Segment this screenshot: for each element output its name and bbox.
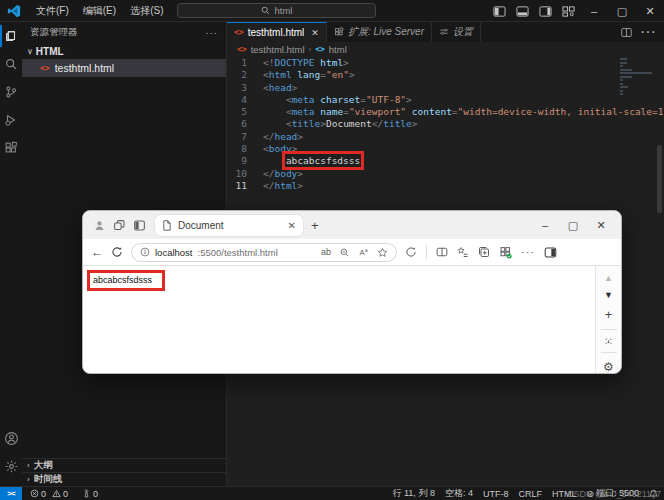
tab-label: 扩展: Live Server	[348, 25, 424, 39]
browser-back-button[interactable]: ←	[91, 245, 103, 259]
code-text: <body>	[247, 143, 297, 155]
language-mode[interactable]: HTML	[552, 489, 577, 499]
live-server-port[interactable]: ⊘ 端口: 5500	[586, 487, 639, 500]
code-text: <title>Document</title>	[247, 118, 418, 130]
explorer-more-actions[interactable]: ···	[206, 27, 219, 38]
code-line[interactable]: 6 <title>Document</title>	[227, 118, 664, 130]
menu-selection[interactable]: 选择(S)	[123, 0, 170, 21]
toggle-sidebar-icon[interactable]	[493, 5, 506, 18]
editor-more-actions[interactable]: ···	[640, 23, 656, 41]
explorer-title: 资源管理器	[30, 26, 78, 39]
indentation[interactable]: 空格: 4	[445, 487, 473, 500]
vscode-minimize-button[interactable]: –	[580, 0, 608, 22]
problems-indicator[interactable]: 0 0	[30, 489, 68, 499]
browser-minimize-button[interactable]: –	[531, 212, 559, 238]
tab-live-server-extension[interactable]: 扩展: Live Server	[327, 22, 432, 42]
code-line[interactable]: 3<head>	[227, 82, 664, 94]
html-file-icon: <>	[234, 28, 244, 37]
outline-section[interactable]: › 大纲	[22, 458, 226, 472]
tab-settings[interactable]: 设置	[432, 22, 481, 42]
code-line[interactable]: 2<html lang="en">	[227, 69, 664, 81]
screenshot-tool-icon[interactable]	[602, 338, 615, 345]
file-row-testhtml[interactable]: <> testhtml.html	[22, 59, 226, 77]
code-line[interactable]: 7</head>	[227, 131, 664, 143]
refresh-icon[interactable]	[111, 246, 123, 258]
tab-testhtml[interactable]: <> testhtml.html ✕	[227, 22, 327, 42]
site-info-icon[interactable]	[140, 247, 150, 257]
browser-tab-document[interactable]: Document ✕	[155, 215, 303, 236]
tab-close-icon[interactable]: ✕	[311, 28, 319, 38]
ports-count: 0	[93, 489, 98, 499]
folder-row-html[interactable]: ∨ HTML	[22, 43, 226, 59]
folder-chevron-icon: ∨	[27, 47, 33, 56]
ports-indicator[interactable]: 0	[82, 489, 98, 499]
code-line[interactable]: 9 abcabcsfsdsss	[227, 155, 664, 167]
customize-layout-icon[interactable]	[562, 5, 575, 18]
profile-icon[interactable]	[89, 215, 109, 235]
browser-tabstrip: Document ✕ + – ▢ ✕	[83, 211, 621, 239]
collections-icon[interactable]	[478, 246, 490, 258]
account-icon[interactable]	[0, 424, 22, 452]
read-aloud-icon[interactable]: ab	[321, 247, 331, 257]
code-line[interactable]: 5 <meta name="viewport" content="width=d…	[227, 106, 664, 118]
split-editor-icon[interactable]	[621, 27, 632, 38]
menu-edit[interactable]: 编辑(E)	[76, 0, 123, 21]
sidebar-toggle-icon[interactable]	[544, 246, 557, 259]
sidebar-collapse-up-icon[interactable]: ▲	[604, 274, 613, 283]
address-bar[interactable]: localhost:5500/testhtml.html ab AA	[131, 243, 397, 262]
explorer-icon[interactable]	[0, 22, 22, 50]
html-symbol-icon: <>	[315, 45, 325, 54]
settings-gear-icon[interactable]	[0, 452, 22, 480]
warning-icon	[52, 489, 61, 498]
extensions-check-icon[interactable]	[499, 246, 512, 259]
toggle-panel-icon[interactable]	[516, 5, 529, 18]
sidebar-add-icon[interactable]: +	[605, 308, 613, 321]
favorite-star-icon[interactable]	[377, 247, 388, 258]
browser-close-button[interactable]: ✕	[587, 212, 615, 238]
toggle-secondary-sidebar-icon[interactable]	[539, 5, 552, 18]
remote-indicator[interactable]: ><	[0, 487, 22, 500]
sidebar-settings-gear-icon[interactable]: ⚙	[603, 361, 614, 373]
breadcrumb-node[interactable]: html	[329, 44, 347, 55]
workspaces-icon[interactable]	[109, 215, 129, 235]
new-tab-button[interactable]: +	[311, 218, 319, 233]
breadcrumb-file[interactable]: testhtml.html	[251, 44, 305, 55]
minimap[interactable]	[620, 58, 652, 188]
browser-more-menu[interactable]: ···	[521, 246, 535, 258]
run-debug-icon[interactable]	[0, 106, 22, 134]
immersive-reader-icon[interactable]: AA	[358, 247, 369, 258]
notifications-bell-icon[interactable]	[649, 489, 658, 499]
search-view-icon[interactable]	[0, 50, 22, 78]
code-line[interactable]: 10</body>	[227, 168, 664, 180]
desktop: 文件(F) 编辑(E) 选择(S) ··· ← → html – ▢ ✕	[0, 0, 664, 500]
source-control-icon[interactable]	[0, 78, 22, 106]
editor-scrollbar[interactable]	[657, 145, 662, 213]
line-number: 5	[227, 106, 247, 118]
code-line[interactable]: 4 <meta charset="UTF-8">	[227, 94, 664, 106]
code-line[interactable]: 8<body>	[227, 143, 664, 155]
sidebar-divider	[601, 352, 617, 353]
extensions-icon[interactable]	[0, 134, 22, 162]
tab-actions-icon[interactable]	[129, 215, 149, 235]
browser-toolbar: ← localhost:5500/testhtml.html ab AA	[83, 239, 621, 266]
browser-essentials-icon[interactable]	[405, 246, 417, 258]
favorites-icon[interactable]	[457, 246, 469, 258]
split-screen-icon[interactable]	[436, 246, 448, 258]
code-line[interactable]: 11</html>	[227, 180, 664, 192]
zoom-out-icon[interactable]	[339, 247, 350, 258]
eol-sequence[interactable]: CRLF	[518, 489, 542, 499]
sidebar-collapse-down-icon[interactable]: ▼	[604, 291, 613, 300]
menu-file[interactable]: 文件(F)	[29, 0, 76, 21]
vscode-close-button[interactable]: ✕	[636, 0, 664, 22]
tab-close-icon[interactable]: ✕	[288, 220, 296, 231]
browser-maximize-button[interactable]: ▢	[559, 212, 587, 238]
timeline-section[interactable]: › 时间线	[22, 472, 226, 486]
command-center-search[interactable]: html	[177, 3, 376, 18]
vscode-maximize-button[interactable]: ▢	[608, 0, 636, 22]
cursor-position[interactable]: 行 11, 列 8	[393, 487, 435, 500]
minimap-line	[620, 69, 632, 71]
code-line[interactable]: 1<!DOCTYPE html>	[227, 57, 664, 69]
encoding[interactable]: UTF-8	[483, 489, 509, 499]
error-count: 0	[41, 489, 46, 499]
minimap-line	[620, 62, 627, 64]
